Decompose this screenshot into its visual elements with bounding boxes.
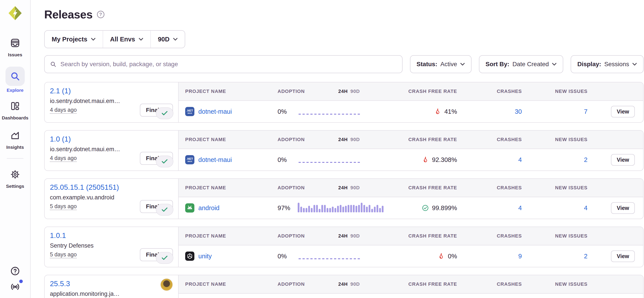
environment-filter-dropdown[interactable]: All Envs: [103, 31, 151, 48]
column-header-adoption: ADOPTION 24H 90D: [272, 185, 367, 191]
release-version-link[interactable]: 25.5.3: [50, 279, 70, 288]
range-toggle-24h[interactable]: 24H: [338, 137, 348, 142]
broadcast-icon[interactable]: [10, 282, 20, 292]
table-header-row: PROJECT NAME ADOPTION 24H 90D CRASH FREE…: [178, 227, 643, 245]
display-value: Sessions: [604, 61, 629, 68]
dotnet-maui-icon: .NETMAUI: [185, 155, 194, 164]
chevron-down-icon: [632, 63, 637, 66]
release-health-table: PROJECT NAME ADOPTION 24H 90D CRASH FREE…: [178, 275, 643, 298]
adoption-header-label: ADOPTION: [278, 89, 305, 94]
org-avatar-logo[interactable]: [8, 6, 22, 21]
column-header-adoption: ADOPTION 24H 90D: [272, 233, 367, 239]
range-toggle-90d[interactable]: 90D: [350, 89, 360, 94]
project-link[interactable]: unity: [198, 253, 212, 260]
sessions-chart: [298, 154, 363, 166]
release-version-link[interactable]: 1.0 (1): [50, 135, 71, 143]
crashes-link[interactable]: 30: [515, 108, 522, 115]
help-icon[interactable]: ?: [97, 11, 104, 18]
column-header-new-issues: NEW ISSUES: [528, 137, 594, 142]
release-age: 5 days ago: [50, 203, 76, 210]
dotnet-maui-icon: .NETMAUI: [185, 107, 194, 116]
range-toggle-90d[interactable]: 90D: [350, 281, 360, 287]
release-version-link[interactable]: 1.0.1: [50, 231, 66, 240]
range-toggle-90d[interactable]: 90D: [350, 185, 360, 191]
fire-icon: [422, 156, 429, 163]
column-header-crash-free-rate: CRASH FREE RATE: [367, 281, 464, 287]
search-input[interactable]: [60, 61, 397, 68]
range-toggle-90d[interactable]: 90D: [350, 137, 360, 142]
column-header-crashes: CRASHES: [464, 281, 528, 287]
sidebar-item-dashboards[interactable]: Dashboards: [2, 99, 28, 121]
crashes-link[interactable]: 4: [518, 204, 522, 212]
column-header-adoption: ADOPTION 24H 90D: [272, 137, 367, 142]
sidebar-item-insights[interactable]: Insights: [6, 128, 25, 150]
dashboards-icon: [6, 99, 25, 114]
finalized-check-pill[interactable]: [156, 252, 173, 264]
crash-free-rate-value: 0%: [448, 253, 457, 260]
range-toggle-24h[interactable]: 24H: [338, 233, 348, 239]
main-content: Releases ? My Projects All Envs 90D: [31, 0, 644, 298]
column-header-crashes: CRASHES: [464, 185, 528, 191]
adoption-header-label: ADOPTION: [278, 233, 305, 239]
new-issues-link[interactable]: 4: [584, 204, 588, 212]
range-toggle-90d[interactable]: 90D: [350, 233, 360, 239]
project-link[interactable]: dotnet-maui: [198, 108, 232, 115]
environment-filter-label: All Envs: [110, 36, 135, 43]
view-button[interactable]: View: [611, 202, 635, 214]
table-row: unity 0% 0% 9 2 View: [178, 245, 643, 267]
unity-icon: [185, 251, 194, 261]
column-header-adoption: ADOPTION 24H 90D: [272, 89, 367, 94]
table-row: react 100% 93.679% 20k 34 View: [178, 293, 643, 298]
sort-by-dropdown[interactable]: Sort By: Date Created: [479, 55, 563, 73]
view-button[interactable]: View: [611, 154, 635, 166]
range-toggle-24h[interactable]: 24H: [338, 185, 348, 191]
project-link[interactable]: dotnet-maui: [198, 156, 232, 163]
check-circle-icon: [422, 204, 429, 212]
status-dropdown[interactable]: Status: Active: [410, 55, 472, 73]
date-range-dropdown[interactable]: 90D: [151, 31, 185, 48]
release-age: 4 days ago: [50, 107, 76, 114]
view-button[interactable]: View: [611, 106, 635, 117]
release-card: 1.0 (1) io.sentry.dotnet.maui.em… 4 days…: [45, 131, 178, 170]
new-issues-link[interactable]: 2: [584, 253, 588, 260]
finalized-check-pill[interactable]: [156, 156, 173, 167]
new-issues-link[interactable]: 2: [584, 156, 588, 163]
finalized-check-pill[interactable]: [156, 204, 173, 216]
question-circle-icon[interactable]: [10, 266, 20, 276]
adoption-header-label: ADOPTION: [278, 137, 305, 142]
release-version-link[interactable]: 25.05.15.1 (2505151): [50, 183, 119, 191]
new-issues-link[interactable]: 7: [584, 108, 588, 115]
table-row: android 97% 99.899% 4 4 View: [178, 197, 643, 219]
app-window: Issues Explore Dashboards: [0, 0, 644, 298]
android-icon: [185, 203, 194, 212]
view-button[interactable]: View: [611, 250, 635, 262]
table-row: .NETMAUI dotnet-maui 0% 41% 30 7 View: [178, 101, 643, 122]
check-icon: [162, 159, 168, 164]
display-dropdown[interactable]: Display: Sessions: [571, 55, 644, 73]
finalized-check-pill[interactable]: [156, 107, 173, 119]
project-filter-dropdown[interactable]: My Projects: [45, 31, 103, 48]
project-link[interactable]: android: [198, 204, 220, 212]
release-version-link[interactable]: 2.1 (1): [50, 87, 71, 95]
adoption-value: 0%: [278, 108, 298, 115]
sidebar-item-settings[interactable]: Settings: [6, 167, 25, 189]
release-health-table: PROJECT NAME ADOPTION 24H 90D CRASH FREE…: [178, 227, 643, 267]
crashes-link[interactable]: 9: [518, 253, 522, 260]
release-health-table: PROJECT NAME ADOPTION 24H 90D CRASH FREE…: [178, 179, 643, 219]
table-row: .NETMAUI dotnet-maui 0% 92.308% 4 2 View: [178, 149, 643, 170]
crash-free-rate-value: 92.308%: [432, 156, 457, 163]
search-bar: [44, 55, 402, 73]
crashes-link[interactable]: 4: [518, 156, 522, 163]
insights-chart-icon: [6, 128, 25, 143]
range-toggle-24h[interactable]: 24H: [338, 89, 348, 94]
range-toggle-24h[interactable]: 24H: [338, 281, 348, 287]
sidebar-item-label: Issues: [8, 52, 22, 57]
sidebar-divider: [7, 158, 24, 159]
sidebar-item-explore[interactable]: Explore: [6, 67, 25, 93]
crash-free-rate-value: 41%: [444, 108, 457, 115]
sidebar-item-issues[interactable]: Issues: [6, 36, 25, 57]
chevron-down-icon: [138, 38, 144, 41]
chevron-down-icon: [552, 63, 557, 66]
column-header-new-issues: NEW ISSUES: [528, 233, 594, 239]
table-header-row: PROJECT NAME ADOPTION 24H 90D CRASH FREE…: [178, 275, 643, 293]
